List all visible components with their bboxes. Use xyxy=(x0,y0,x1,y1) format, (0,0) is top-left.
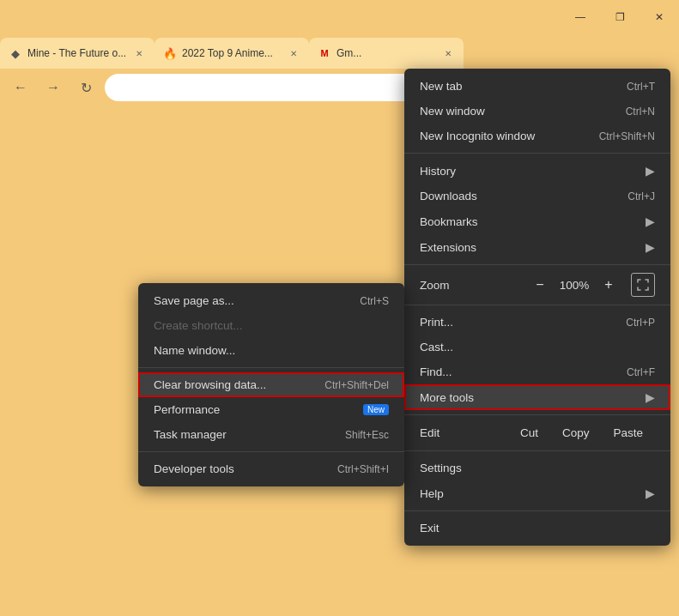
submenu-save-page[interactable]: Save page as... Ctrl+S xyxy=(138,288,404,313)
tab-anime[interactable]: 🔥 2022 Top 9 Anime... ✕ xyxy=(155,38,309,69)
menu-item-more-tools[interactable]: More tools ▶ xyxy=(404,384,670,410)
back-button[interactable]: ← xyxy=(7,74,34,101)
zoom-plus-button[interactable]: + xyxy=(597,273,621,297)
submenu-task-manager[interactable]: Task manager Shift+Esc xyxy=(138,422,404,447)
submenu-performance[interactable]: Performance New xyxy=(138,397,404,422)
menu-item-print[interactable]: Print... Ctrl+P xyxy=(404,310,670,335)
submenu-task-manager-label: Task manager xyxy=(154,428,227,441)
zoom-value: 100% xyxy=(559,279,590,292)
menu-item-bookmarks[interactable]: Bookmarks ▶ xyxy=(404,208,670,234)
menu-item-find[interactable]: Find... Ctrl+F xyxy=(404,359,670,384)
menu-item-downloads[interactable]: Downloads Ctrl+J xyxy=(404,184,670,208)
tab-label-anime: 2022 Top 9 Anime... xyxy=(182,47,282,59)
menu-separator-4 xyxy=(404,414,670,415)
close-button[interactable]: ✕ xyxy=(640,0,679,34)
submenu-clear-browsing-shortcut: Ctrl+Shift+Del xyxy=(324,379,389,391)
menu-item-new-tab[interactable]: New tab Ctrl+T xyxy=(404,74,670,99)
menu-item-new-incognito[interactable]: New Incognito window Ctrl+Shift+N xyxy=(404,124,670,148)
paste-button[interactable]: Paste xyxy=(601,423,655,443)
performance-new-badge: New xyxy=(363,404,389,415)
submenu-separator-1 xyxy=(138,367,404,368)
tab-label-gmail: Gm... xyxy=(336,47,436,59)
submenu-save-page-shortcut: Ctrl+S xyxy=(360,295,389,307)
window-controls: — ❐ ✕ xyxy=(561,0,679,34)
submenu-create-shortcut-label: Create shortcut... xyxy=(154,319,243,332)
tab-favicon-mine: ◆ xyxy=(9,46,22,60)
forward-button[interactable]: → xyxy=(39,74,67,101)
menu-separator-3 xyxy=(404,305,670,305)
tab-close-mine[interactable]: ✕ xyxy=(132,46,146,60)
copy-button[interactable]: Copy xyxy=(550,423,602,443)
submenu-clear-browsing[interactable]: Clear browsing data... Ctrl+Shift+Del xyxy=(138,372,404,397)
maximize-button[interactable]: ❐ xyxy=(600,0,640,34)
tab-bar: ◆ Mine - The Future o... ✕ 🔥 2022 Top 9 … xyxy=(0,34,679,69)
minimize-button[interactable]: — xyxy=(561,0,600,34)
submenu-save-page-label: Save page as... xyxy=(154,294,234,307)
submenu-name-window-label: Name window... xyxy=(154,344,235,357)
submenu-developer-tools-shortcut: Ctrl+Shift+I xyxy=(337,463,389,475)
zoom-fullscreen-button[interactable] xyxy=(631,273,655,297)
edit-actions: Cut Copy Paste xyxy=(508,423,655,443)
submenu-name-window[interactable]: Name window... xyxy=(138,338,404,363)
submenu-separator-2 xyxy=(138,451,404,452)
sub-menu-more-tools: Save page as... Ctrl+S Create shortcut..… xyxy=(138,283,404,486)
menu-item-settings[interactable]: Settings xyxy=(404,456,670,480)
title-bar: — ❐ ✕ xyxy=(0,0,679,34)
submenu-performance-label: Performance xyxy=(154,403,220,416)
tab-gmail[interactable]: M Gm... ✕ xyxy=(309,38,464,69)
menu-item-exit[interactable]: Exit xyxy=(404,516,670,541)
zoom-row: Zoom − 100% + xyxy=(404,269,670,300)
submenu-developer-tools[interactable]: Developer tools Ctrl+Shift+I xyxy=(138,456,404,481)
menu-item-extensions[interactable]: Extensions ▶ xyxy=(404,234,670,260)
submenu-create-shortcut: Create shortcut... xyxy=(138,313,404,338)
tab-mine[interactable]: ◆ Mine - The Future o... ✕ xyxy=(0,38,155,69)
menu-item-new-window[interactable]: New window Ctrl+N xyxy=(404,99,670,124)
tab-label-mine: Mine - The Future o... xyxy=(27,47,127,59)
edit-row: Edit Cut Copy Paste xyxy=(404,420,670,446)
menu-item-history[interactable]: History ▶ xyxy=(404,158,670,184)
menu-separator-5 xyxy=(404,450,670,451)
tab-favicon-gmail: M xyxy=(318,46,331,60)
main-menu: New tab Ctrl+T New window Ctrl+N New Inc… xyxy=(404,69,670,546)
submenu-developer-tools-label: Developer tools xyxy=(154,462,234,475)
reload-button[interactable]: ↻ xyxy=(72,74,100,101)
tab-close-anime[interactable]: ✕ xyxy=(287,46,300,60)
submenu-task-manager-shortcut: Shift+Esc xyxy=(345,429,389,441)
menu-separator-6 xyxy=(404,510,670,511)
tab-close-gmail[interactable]: ✕ xyxy=(441,46,455,60)
submenu-clear-browsing-label: Clear browsing data... xyxy=(154,378,266,391)
zoom-minus-button[interactable]: − xyxy=(528,273,552,297)
tab-favicon-anime: 🔥 xyxy=(163,46,177,60)
menu-separator-1 xyxy=(404,153,670,154)
menu-item-cast[interactable]: Cast... xyxy=(404,335,670,359)
menu-item-help[interactable]: Help ▶ xyxy=(404,480,670,506)
menu-separator-2 xyxy=(404,264,670,265)
cut-button[interactable]: Cut xyxy=(508,423,550,443)
